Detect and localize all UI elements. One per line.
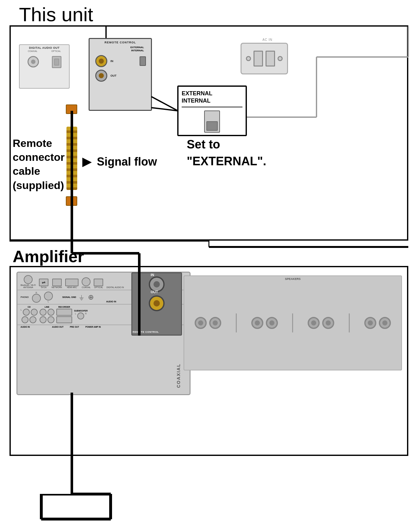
speaker-t1-inner [198, 320, 203, 325]
speakers-panel: SPEAKERS [184, 275, 402, 370]
line-l-conn [40, 309, 47, 316]
ground-circle: ⊕ [88, 293, 94, 301]
usb-connector: ⇌ [39, 279, 48, 286]
recorder-group: RECORDER [56, 306, 72, 323]
orange-cable-top-connector [66, 104, 77, 114]
speaker-t8 [379, 317, 391, 329]
optical-label-amp: OPTICAL [94, 286, 103, 288]
recorder-label: RECORDER [58, 306, 70, 308]
cd-connectors-bottom [22, 316, 36, 323]
phono-l-conn [44, 292, 53, 300]
speaker-terminal-group-3 [308, 317, 334, 329]
speaker-t6 [322, 317, 334, 329]
amp-rc-out-inner [154, 300, 160, 306]
bt-wifi-label: Bluetooth / Wi-FiANTENNA [21, 284, 36, 288]
audio-in-section-label: AUDIO IN [106, 300, 116, 303]
rc-in-connector [95, 55, 107, 67]
line-r-conn [47, 309, 54, 316]
audio-out-label: AUDIO OUT [52, 326, 63, 328]
speaker-terminal-group-2 [251, 317, 278, 329]
line-r2-conn [47, 316, 54, 323]
recorder-connectors [56, 309, 72, 316]
coaxial-label: COAXIAL [82, 286, 91, 288]
speaker-t3-inner [255, 320, 260, 325]
ext-int-switch-area [182, 110, 242, 133]
subwoofer-label: SUBWOOFER [74, 310, 88, 312]
pre-out-label: PRE OUT [70, 326, 79, 328]
digital-audio-label: DIGITAL AUDIO OUT [29, 46, 60, 49]
cd-connectors: L [21, 309, 38, 316]
ac-circle-right [278, 56, 283, 61]
speaker-t7-inner [368, 320, 373, 325]
amp-rc-out-label: OUT [151, 290, 158, 294]
bt-wifi-group: Bluetooth / Wi-FiANTENNA [21, 275, 36, 288]
speaker-divider-2 [292, 313, 293, 332]
phono-label: PHONO [21, 296, 29, 298]
optical-inner [54, 59, 59, 66]
signal-gnd-label: SIGNAL GND [62, 296, 76, 298]
speaker-t2-inner [213, 320, 218, 325]
rc-in-row: IN [91, 55, 149, 67]
cd-r2-conn [29, 316, 36, 323]
rc-switch [140, 56, 146, 66]
network-connector [52, 279, 62, 286]
ext-int-switch [204, 110, 220, 133]
power-amp-in-label: POWER AMP IN [85, 326, 101, 328]
cd-r-conn [31, 309, 38, 316]
hdmi-label: HDMI ARC [67, 286, 77, 288]
digital-audio-out-panel: DIGITAL AUDIO OUT COAXIAL OPTICAL [19, 44, 70, 89]
switch-handle [206, 121, 218, 131]
speaker-t8-inner [382, 320, 387, 325]
usb-label: 5V/1A [41, 286, 47, 288]
orange-cable-bottom-connector [66, 196, 77, 206]
recorder-conn-2 [56, 316, 72, 323]
phono-r-group: R [32, 292, 41, 303]
speaker-divider-3 [349, 313, 350, 332]
speaker-t4-inner [269, 320, 274, 325]
bottom-connector-box [41, 494, 111, 519]
sub-l-conn [77, 312, 84, 319]
rc-out-connector-inner [99, 73, 104, 78]
hdmi-connector [65, 279, 78, 286]
amp-rc-in-label: IN [151, 273, 158, 277]
coaxial-group: COAXIAL [82, 277, 91, 288]
line-l2-conn [40, 316, 47, 323]
phono-l-group: L [44, 292, 53, 303]
amp-rc-labels: IN OUT [151, 273, 158, 294]
recorder-conn [56, 309, 72, 316]
speaker-terminal-group-4 [364, 317, 391, 329]
speaker-t6-inner [326, 320, 331, 325]
speakers-label: SPEAKERS [285, 277, 301, 281]
speaker-t3 [251, 317, 263, 329]
orange-cable-body [66, 127, 77, 190]
ac-pin-left [254, 51, 263, 66]
cd-l2-conn [22, 316, 28, 323]
optical-sublabel: OPTICAL [51, 50, 61, 52]
cd-l-conn [23, 309, 30, 316]
speaker-terminal-group-1 [195, 317, 221, 329]
ac-circle-left [246, 56, 251, 61]
sub-connectors: L R [75, 312, 87, 319]
rca-inner [31, 60, 35, 64]
amplifier-label: Amplifier [13, 247, 84, 266]
bt-wifi-connector [24, 275, 33, 284]
cd-label: CD [28, 306, 30, 308]
network-group: NETWORK [52, 279, 62, 288]
speaker-t7 [364, 317, 376, 329]
rc-out-label: OUT [110, 74, 116, 77]
signal-flow-arrow: ▶ [82, 155, 91, 168]
amp-rc-title: REMOTE CONTROL [133, 331, 159, 333]
coaxial-vertical-label: COAXIAL [176, 363, 181, 388]
digital-audio-in-label: DIGITAL AUDIO IN [106, 286, 124, 288]
rc-out-connector [95, 70, 107, 82]
set-external-label: Set to"EXTERNAL". [187, 136, 266, 170]
line-label: LINE [45, 306, 49, 308]
remote-connector-label: Remoteconnectorcable(supplied) [13, 136, 65, 192]
ac-in-connector [241, 43, 288, 74]
page-title: This unit [19, 3, 93, 26]
ext-int-switch-box: EXTERNAL INTERNAL [177, 85, 247, 136]
rc-in-connector-inner [99, 59, 104, 64]
ac-in-panel: AC IN [241, 38, 294, 76]
subwoofer-group: SUBWOOFER L R [74, 310, 88, 319]
signal-flow-label: Signal flow [97, 155, 157, 168]
